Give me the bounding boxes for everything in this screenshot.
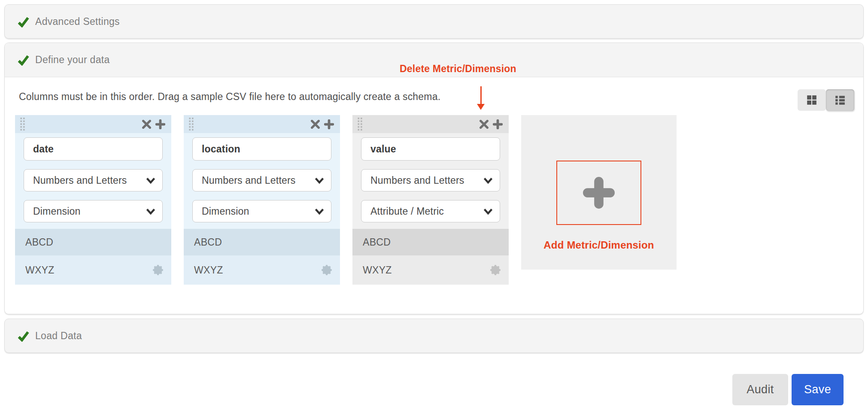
drag-handle-icon[interactable] [358,118,362,131]
load-data-header[interactable]: Load Data [5,319,863,352]
column-format-select[interactable]: Numbers and Letters [24,169,163,191]
audit-button[interactable]: Audit [732,374,788,405]
column-card-fields: Numbers and Letters Attribute / Metric [352,133,509,229]
delete-column-icon[interactable] [142,119,152,129]
add-metric-panel: Add Metric/Dimension [521,115,677,270]
red-down-arrow-icon [476,86,486,110]
footer-actions: Audit Save [0,374,844,405]
select-value: Dimension [33,206,80,217]
column-name-input[interactable] [192,137,331,161]
column-card-fields: Numbers and Letters Dimension [15,133,171,229]
sample-value: ABCD [25,237,53,248]
grid-view-icon [806,94,817,106]
column-format-select[interactable]: Numbers and Letters [361,169,500,191]
sample-value: WXYZ [194,264,223,276]
row-settings-gear-icon[interactable] [490,264,501,276]
sample-value: WXYZ [363,264,392,276]
column-name-input[interactable] [24,137,163,161]
column-card-date: Numbers and Letters Dimension ABCD WXYZ [15,115,171,285]
schema-columns-row: Numbers and Letters Dimension ABCD WXYZ [15,115,853,285]
sample-row: WXYZ [184,255,340,285]
sample-row: WXYZ [352,255,509,285]
chevron-down-icon [483,208,493,215]
select-value: Attribute / Metric [370,206,444,217]
select-value: Numbers and Letters [370,175,464,186]
grid-view-button[interactable] [798,89,826,111]
select-value: Numbers and Letters [202,175,296,186]
advanced-settings-panel: Advanced Settings [4,4,864,39]
delete-metric-annotation: Delete Metric/Dimension [400,63,516,75]
sample-row: ABCD [15,229,171,255]
select-value: Dimension [202,206,249,217]
column-card-fields: Numbers and Letters Dimension [184,133,340,229]
advanced-settings-header[interactable]: Advanced Settings [5,5,863,38]
insert-column-icon[interactable] [324,119,334,129]
check-icon [18,16,29,27]
delete-column-icon[interactable] [310,119,320,129]
section-title: Advanced Settings [35,16,120,27]
plus-icon [583,177,615,209]
drag-handle-icon[interactable] [20,118,25,131]
section-title: Load Data [35,330,82,342]
sample-value: ABCD [194,237,222,248]
column-name-input[interactable] [361,137,500,161]
column-format-select[interactable]: Numbers and Letters [192,169,331,191]
select-value: Numbers and Letters [33,175,127,186]
column-card-location: Numbers and Letters Dimension ABCD WXYZ [184,115,340,285]
drag-handle-icon[interactable] [189,118,194,131]
list-view-button[interactable] [826,89,854,111]
check-icon [18,54,29,66]
chevron-down-icon [315,208,324,215]
delete-column-icon[interactable] [479,119,489,129]
schema-instruction-text: Columns must be in this order. Drag a sa… [19,91,853,103]
view-toggle-group [798,89,854,111]
column-role-select[interactable]: Attribute / Metric [361,200,500,222]
column-role-select[interactable]: Dimension [24,200,163,222]
sample-row: ABCD [352,229,509,255]
define-data-body: Columns must be in this order. Drag a sa… [5,77,863,314]
chevron-down-icon [146,208,155,215]
chevron-down-icon [146,177,155,184]
section-title: Define your data [35,54,110,66]
add-metric-annotation: Add Metric/Dimension [543,239,654,251]
add-metric-button[interactable] [556,161,641,225]
check-icon [18,330,29,342]
column-card-header [15,115,171,133]
load-data-panel: Load Data [4,319,864,353]
column-card-header [184,115,340,133]
sample-value: ABCD [363,237,391,248]
insert-column-icon[interactable] [493,119,503,129]
column-card-header [352,115,509,133]
column-card-value: Numbers and Letters Attribute / Metric A… [352,115,509,285]
row-settings-gear-icon[interactable] [152,264,164,276]
row-settings-gear-icon[interactable] [321,264,332,276]
list-view-icon [835,94,846,106]
sample-value: WXYZ [25,264,55,276]
sample-row: ABCD [184,229,340,255]
chevron-down-icon [315,177,324,184]
chevron-down-icon [483,177,493,184]
column-role-select[interactable]: Dimension [192,200,331,222]
insert-column-icon[interactable] [155,119,165,129]
sample-row: WXYZ [15,255,171,285]
save-button[interactable]: Save [792,374,844,405]
define-data-panel: Define your data Delete Metric/Dimension… [4,43,864,314]
